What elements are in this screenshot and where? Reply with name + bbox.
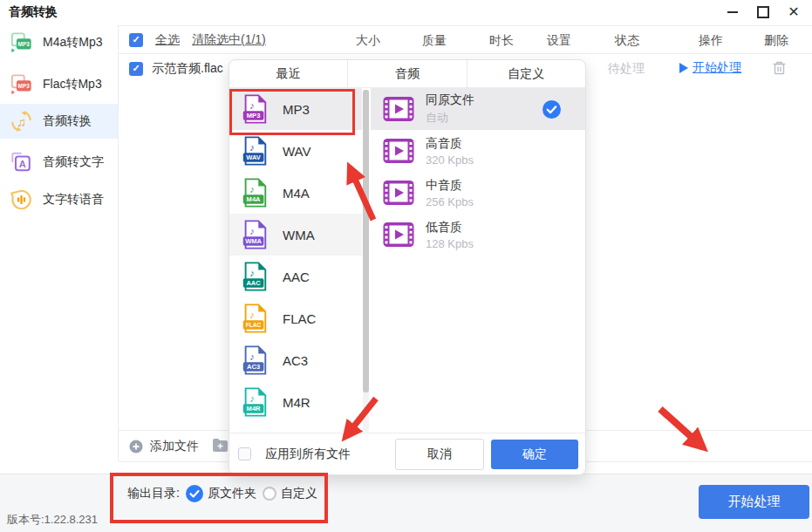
select-all-checkbox[interactable]: ✓ (129, 33, 143, 47)
format-option-wav[interactable]: ♪ WAVWAV (229, 130, 362, 172)
minimize-button[interactable] (721, 2, 744, 23)
quality-preset-icon (383, 222, 414, 248)
confirm-button[interactable]: 确定 (491, 440, 578, 469)
cancel-button[interactable]: 取消 (395, 439, 484, 470)
quality-bitrate: 256 Kpbs (426, 195, 474, 208)
output-option-1[interactable]: 原文件夹 (186, 485, 256, 502)
format-label: M4A (283, 186, 310, 201)
select-all-link[interactable]: 全选 (155, 32, 180, 48)
format-dialog: 最近音频自定义 ♪ MP3MP3 ♪ WAVWAV ♪ M4AM4A ♪ WMA… (229, 59, 586, 475)
selected-check-icon (186, 485, 203, 502)
output-option-2[interactable]: 自定义 (263, 486, 317, 501)
format-file-icon: ♪ WAV (240, 136, 270, 166)
svg-text:♪: ♪ (249, 142, 255, 153)
output-option-label: 自定义 (281, 486, 317, 501)
sidebar-item-3[interactable]: ♫音频转换 (0, 104, 118, 139)
scrollbar-thumb[interactable] (363, 90, 369, 392)
add-file-label: 添加文件 (150, 439, 199, 454)
maximize-button[interactable] (752, 2, 774, 23)
svg-text:AAC: AAC (246, 279, 261, 287)
plus-circle-icon (129, 440, 143, 454)
quality-option-2[interactable]: 高音质 320 Kpbs (371, 130, 585, 172)
version-label: 版本号:1.22.8.231 (7, 512, 98, 528)
sidebar-item-2[interactable]: MP3Flac转Mp3 (0, 67, 118, 102)
quality-bitrate: 自动 (426, 110, 474, 126)
status-badge: 待处理 (608, 61, 645, 77)
format-option-m4r[interactable]: ♪ M4RM4R (229, 381, 362, 423)
dialog-tab-1[interactable]: 最近 (229, 60, 347, 87)
start-processing-button[interactable]: 开始处理 (699, 485, 809, 519)
column-header-3: 时长 (489, 33, 514, 49)
svg-text:♪: ♪ (249, 100, 255, 111)
sidebar-divider (118, 25, 119, 461)
svg-text:♫: ♫ (17, 115, 25, 129)
dialog-tabs: 最近音频自定义 (229, 60, 585, 88)
svg-text:AC3: AC3 (247, 363, 260, 371)
column-header-1: 大小 (356, 33, 380, 49)
flac-to-mp3-icon: MP3 (10, 73, 33, 96)
format-list: ♪ MP3MP3 ♪ WAVWAV ♪ M4AM4A ♪ WMAWMA ♪ AA… (229, 88, 362, 433)
sidebar-item-4[interactable]: A音频转文字 (0, 145, 118, 180)
svg-text:M4A: M4A (247, 195, 261, 203)
delete-row-button[interactable] (771, 59, 788, 80)
column-header-5: 状态 (615, 33, 639, 49)
quality-title: 低音质 (426, 220, 474, 235)
format-file-icon: ♪ MP3 (240, 94, 270, 124)
format-option-aac[interactable]: ♪ AACAAC (229, 256, 362, 297)
svg-text:MP3: MP3 (18, 83, 31, 89)
file-name: 示范音频.flac (152, 61, 223, 77)
format-label: MP3 (283, 102, 310, 117)
add-file-button[interactable]: 添加文件 (129, 431, 199, 462)
format-file-icon: ♪ M4A (240, 178, 270, 208)
apply-all-checkbox[interactable] (238, 447, 251, 460)
format-file-icon: ♪ WMA (240, 220, 270, 249)
column-header-7: 删除 (764, 33, 788, 49)
format-option-ac3[interactable]: ♪ AC3AC3 (229, 339, 362, 381)
clear-selected-link[interactable]: 清除选中(1/1) (192, 32, 266, 48)
format-option-wma[interactable]: ♪ WMAWMA (229, 214, 362, 256)
sidebar-item-label: 音频转文字 (43, 154, 104, 170)
add-folder-button[interactable] (212, 438, 229, 456)
close-icon: ✕ (788, 5, 799, 19)
dialog-tab-3[interactable]: 自定义 (467, 60, 585, 87)
quality-option-4[interactable]: 低音质 128 Kpbs (371, 214, 585, 256)
format-option-flac[interactable]: ♪ FLACFLAC (229, 297, 362, 339)
column-header-6: 操作 (699, 33, 723, 49)
format-option-mp3[interactable]: ♪ MP3MP3 (229, 88, 362, 130)
format-label: M4R (283, 395, 310, 410)
column-header-2: 质量 (422, 33, 447, 49)
format-scrollbar[interactable] (363, 90, 369, 432)
quality-title: 同原文件 (426, 92, 474, 108)
dialog-footer: 应用到所有文件 取消 确定 (229, 433, 585, 474)
sidebar-item-label: 文字转语音 (43, 192, 104, 208)
sidebar-item-5[interactable]: 文字转语音 (0, 182, 118, 217)
format-label: AC3 (283, 353, 308, 368)
quality-option-1[interactable]: 同原文件 自动 (371, 88, 585, 130)
format-file-icon: ♪ AAC (240, 262, 270, 291)
format-label: FLAC (283, 311, 316, 326)
dialog-tab-2[interactable]: 音频 (347, 60, 466, 87)
window-title: 音频转换 (9, 4, 58, 20)
svg-text:MP3: MP3 (18, 41, 31, 47)
quality-preset-icon (383, 138, 414, 164)
row-start-action[interactable]: 开始处理 (679, 60, 741, 76)
svg-text:♪: ♪ (249, 268, 255, 278)
quality-preset-icon (383, 180, 414, 206)
close-button[interactable]: ✕ (782, 2, 805, 23)
format-file-icon: ♪ FLAC (240, 304, 270, 333)
svg-text:♪: ♪ (249, 351, 255, 362)
app-window: 音频转换 ✕ MP3M4a转Mp3 MP3Flac转Mp3 ♫音频转换 A音频转… (0, 0, 812, 532)
quality-title: 中音质 (426, 178, 474, 194)
folder-plus-icon (212, 438, 229, 453)
dialog-body: ♪ MP3MP3 ♪ WAVWAV ♪ M4AM4A ♪ WMAWMA ♪ AA… (229, 88, 585, 433)
quality-option-3[interactable]: 中音质 256 Kpbs (371, 172, 585, 214)
sidebar-item-label: 音频转换 (43, 113, 92, 129)
sidebar-item-1[interactable]: MP3M4a转Mp3 (0, 25, 118, 60)
apply-all-label: 应用到所有文件 (265, 447, 351, 462)
row-checkbox[interactable]: ✓ (129, 62, 143, 76)
sidebar-item-label: Flac转Mp3 (43, 77, 102, 92)
column-header-4: 设置 (547, 33, 571, 49)
format-option-m4a[interactable]: ♪ M4AM4A (229, 172, 362, 214)
text-to-speech-icon (10, 188, 33, 211)
window-controls: ✕ (721, 2, 805, 23)
